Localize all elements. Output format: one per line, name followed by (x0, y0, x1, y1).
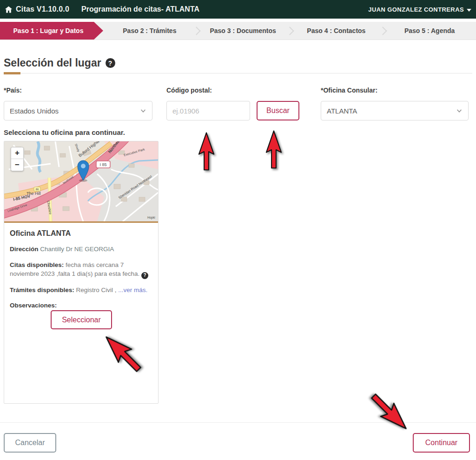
home-icon[interactable] (5, 6, 13, 13)
chevron-down-icon (467, 9, 471, 12)
consular-office-select[interactable]: ATLANTA (321, 101, 469, 120)
tab-paso-5[interactable]: Paso 5 : Agenda (383, 22, 476, 40)
zoom-out-button[interactable]: − (11, 159, 23, 171)
procedures-label: Trámites disponibles: (10, 287, 74, 293)
tab-paso-1[interactable]: Paso 1 : Lugar y Datos (0, 22, 103, 40)
office-section-heading: Selecciona tu oficina para continuar. (4, 128, 125, 136)
map-shield-86: 86 (36, 188, 39, 191)
office-name: Oficina ATLANTA (10, 229, 152, 238)
page: Citas V1.10.0.0 Programación de citas- A… (0, 0, 476, 460)
postal-code-input[interactable] (166, 101, 250, 120)
step-bar: Paso 1 : Lugar y Datos Paso 2 : Trámites… (0, 22, 476, 40)
top-bar: Citas V1.10.0.0 Programación de citas- A… (0, 0, 476, 19)
map-zoom-control: + − (11, 147, 24, 171)
annotation-arrow-postal-icon (197, 126, 216, 178)
procedures-row: Trámites disponibles: Registro Civil , .… (10, 286, 152, 295)
continue-button[interactable]: Continuar (413, 433, 470, 453)
map[interactable]: I 85 86 Buford Highway Northeast Executi… (4, 141, 158, 223)
annotation-arrow-continuar-icon (362, 385, 417, 440)
footer-divider (0, 422, 476, 423)
office-label: *Oficina Consular: (321, 87, 377, 94)
consular-office-value: ATLANTA (327, 107, 357, 115)
address-value: Chantilly Dr NE GEORGIA (40, 246, 114, 253)
app-title: Citas V1.10.0.0 (16, 5, 69, 13)
section-title-row: Selección del lugar ? (4, 57, 115, 69)
observations-row: Observaciones: (10, 301, 152, 310)
tab-paso-2[interactable]: Paso 2 : Trámites (103, 22, 196, 40)
help-icon[interactable]: ? (141, 272, 148, 279)
country-label: *País: (4, 87, 22, 94)
postal-label: Código postal: (166, 87, 212, 94)
office-card-body: Oficina ATLANTA Dirección Chantilly Dr N… (4, 223, 158, 310)
map-shield-i85: I 85 (99, 162, 106, 167)
country-select[interactable]: Estados Unidos (4, 101, 152, 120)
appointments-label: Citas disponibles: (10, 261, 64, 268)
tab-paso-3[interactable]: Paso 3 : Documentos (197, 22, 290, 40)
address-label: Dirección (10, 246, 39, 253)
search-button[interactable]: Buscar (257, 101, 299, 120)
country-select-value: Estados Unidos (10, 107, 59, 115)
cancel-button[interactable]: Cancelar (4, 433, 56, 453)
chevron-down-icon (456, 107, 463, 114)
chevron-down-icon (140, 107, 146, 114)
section-title: Selección del lugar (4, 57, 101, 69)
user-menu[interactable]: JUAN GONZALEZ CONTRERAS (368, 6, 471, 13)
accent-bar (4, 72, 20, 74)
annotation-arrow-buscar-icon (264, 124, 284, 176)
map-label-hopkins: Hopki (147, 216, 155, 220)
help-icon[interactable]: ? (106, 58, 115, 68)
tab-paso-4[interactable]: Paso 4 : Contactos (290, 22, 383, 40)
page-title: Programación de citas- ATLANTA (81, 5, 199, 13)
appointments-row: Citas disponibles: fecha más cercana 7 n… (10, 260, 149, 279)
office-card: I 85 86 Buford Highway Northeast Executi… (4, 141, 159, 404)
observations-label: Observaciones: (10, 302, 57, 309)
see-more-link[interactable]: ...ver más. (118, 287, 147, 293)
divider (4, 73, 472, 73)
user-name: JUAN GONZALEZ CONTRERAS (368, 6, 464, 13)
map-canvas: I 85 86 Buford Highway Northeast Executi… (4, 141, 158, 221)
office-address-row: Dirección Chantilly Dr NE GEORGIA (10, 245, 152, 254)
zoom-in-button[interactable]: + (11, 147, 23, 159)
select-office-button[interactable]: Seleccionar (51, 310, 112, 329)
procedures-value: Registro Civil , (76, 287, 117, 293)
